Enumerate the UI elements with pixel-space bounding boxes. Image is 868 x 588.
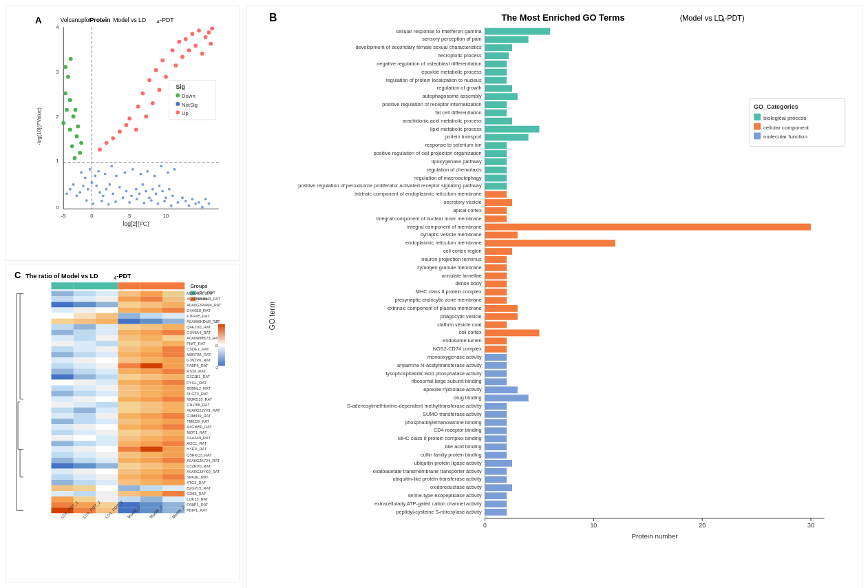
svg-rect-244 <box>140 368 162 374</box>
svg-rect-253 <box>74 380 96 386</box>
svg-text:D3ZRV0_RAT: D3ZRV0_RAT <box>187 464 211 468</box>
svg-rect-227 <box>162 352 184 357</box>
svg-rect-303 <box>118 424 140 430</box>
svg-rect-307 <box>74 430 96 435</box>
svg-text:apical cortex: apical cortex <box>453 207 482 213</box>
svg-rect-528 <box>485 158 507 165</box>
svg-rect-526 <box>485 142 507 149</box>
svg-text:LOK15_RAT: LOK15_RAT <box>187 497 209 501</box>
svg-point-135 <box>176 94 180 98</box>
svg-rect-171 <box>118 302 140 308</box>
svg-text:4: 4 <box>157 19 160 24</box>
svg-text:FABP1_RAT: FABP1_RAT <box>187 503 209 507</box>
go-chart-svg: B The Most Enriched GO Terms (Model vs L… <box>268 10 858 568</box>
svg-point-106 <box>147 78 151 82</box>
svg-rect-284 <box>96 408 118 413</box>
svg-text:-PDT: -PDT <box>116 273 131 280</box>
svg-rect-146 <box>74 282 96 289</box>
svg-point-137 <box>176 102 180 106</box>
svg-text:necroptotic process: necroptotic process <box>438 52 482 59</box>
svg-point-46 <box>158 185 160 187</box>
svg-point-58 <box>131 168 134 171</box>
svg-point-113 <box>197 28 201 32</box>
svg-rect-149 <box>140 282 162 289</box>
svg-text:B: B <box>269 12 277 23</box>
svg-rect-247 <box>74 374 96 379</box>
svg-text:GO term: GO term <box>268 302 276 330</box>
svg-text:PBIP1_RAT: PBIP1_RAT <box>187 508 207 512</box>
svg-rect-365 <box>162 480 184 485</box>
svg-rect-308 <box>96 430 118 435</box>
panel-a-label: A <box>35 15 42 25</box>
svg-rect-558 <box>485 403 507 410</box>
svg-rect-290 <box>96 413 118 419</box>
svg-point-47 <box>161 190 164 193</box>
svg-rect-164 <box>96 296 118 302</box>
svg-text:(Model vs LD: (Model vs LD <box>680 14 724 22</box>
svg-point-129 <box>105 141 109 145</box>
svg-rect-281 <box>162 402 184 408</box>
svg-rect-172 <box>140 302 162 308</box>
svg-rect-158 <box>96 291 118 296</box>
svg-rect-159 <box>118 291 140 296</box>
svg-rect-210 <box>52 341 74 346</box>
svg-rect-529 <box>485 167 507 174</box>
svg-rect-205 <box>74 335 96 341</box>
svg-rect-167 <box>162 296 184 302</box>
svg-rect-315 <box>118 435 140 441</box>
svg-text:ubiquitin protein ligase activ: ubiquitin protein ligase activity <box>414 460 482 466</box>
svg-rect-352 <box>140 469 162 474</box>
svg-rect-527 <box>485 150 507 157</box>
svg-rect-262 <box>140 386 162 391</box>
svg-point-62 <box>160 165 162 167</box>
svg-point-91 <box>70 144 74 148</box>
svg-point-126 <box>193 44 198 48</box>
svg-text:extracellularly ATP-gated cati: extracellularly ATP-gated cation channel… <box>374 501 482 507</box>
svg-rect-237 <box>118 363 140 368</box>
svg-point-71 <box>136 198 138 200</box>
svg-point-37 <box>122 196 125 199</box>
svg-rect-531 <box>485 182 507 189</box>
not-sig-points <box>65 165 210 208</box>
svg-rect-316 <box>140 435 162 441</box>
svg-rect-555 <box>485 379 507 386</box>
svg-point-56 <box>115 175 118 178</box>
svg-point-59 <box>140 173 142 176</box>
svg-point-100 <box>79 141 83 145</box>
svg-text:ATG3_RAT: ATG3_RAT <box>187 481 206 485</box>
svg-rect-568 <box>485 484 512 491</box>
svg-rect-202 <box>140 330 162 335</box>
svg-rect-538 <box>485 240 615 246</box>
svg-rect-367 <box>74 485 96 491</box>
svg-text:PLGT3_RAT: PLGT3_RAT <box>187 392 209 396</box>
svg-text:endosome lumen: endosome lumen <box>443 337 482 344</box>
svg-point-81 <box>191 198 193 200</box>
svg-point-68 <box>107 203 110 206</box>
svg-text:0: 0 <box>56 204 59 211</box>
svg-rect-377 <box>162 491 184 496</box>
svg-text:regulation of chemotaxis: regulation of chemotaxis <box>427 167 482 173</box>
svg-rect-286 <box>140 408 162 413</box>
svg-text:cell cortex: cell cortex <box>458 329 482 335</box>
svg-text:A0A0H2UHL3_RAT: A0A0H2UHL3_RAT <box>187 297 220 301</box>
svg-text:zymogen granule membrane: zymogen granule membrane <box>417 264 482 271</box>
svg-rect-375 <box>118 491 140 496</box>
svg-rect-587 <box>754 123 761 130</box>
svg-text:5: 5 <box>128 213 131 219</box>
svg-rect-353 <box>162 469 184 474</box>
svg-rect-194 <box>96 324 118 330</box>
svg-rect-279 <box>118 402 140 408</box>
svg-text:2: 2 <box>56 114 59 120</box>
svg-rect-188 <box>96 319 118 324</box>
svg-rect-277 <box>74 402 96 408</box>
svg-point-99 <box>69 57 73 61</box>
svg-rect-332 <box>96 452 118 458</box>
svg-point-26 <box>105 188 108 191</box>
svg-text:positive regulation of cell pr: positive regulation of cell projection o… <box>374 150 482 156</box>
svg-rect-566 <box>485 468 507 475</box>
panel-c: C The ratio of Model vs LD 4 -PDT Groups… <box>6 264 240 582</box>
svg-rect-356 <box>96 474 118 480</box>
svg-rect-325 <box>74 446 96 452</box>
svg-text:epoxide metabolic process: epoxide metabolic process <box>421 69 482 75</box>
svg-text:-2: -2 <box>215 366 219 370</box>
